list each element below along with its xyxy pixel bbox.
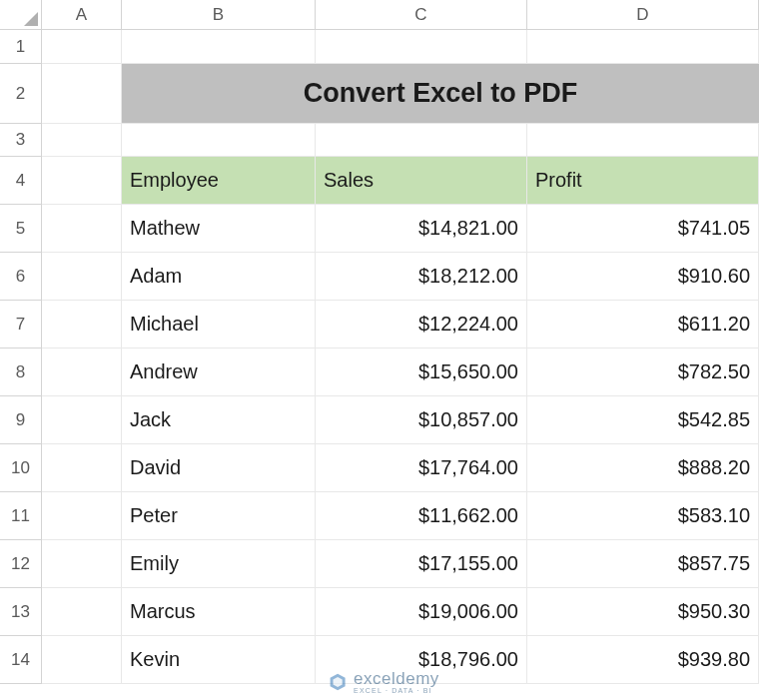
cell-a7[interactable] [42, 301, 122, 349]
cell-profit[interactable]: $741.05 [527, 205, 759, 253]
cell-d1[interactable] [527, 30, 759, 64]
cell-b3[interactable] [122, 124, 316, 157]
cell-sales[interactable]: $12,224.00 [316, 301, 527, 349]
cell-employee[interactable]: Andrew [122, 349, 316, 396]
cell-sales[interactable]: $18,212.00 [316, 253, 527, 301]
cell-profit[interactable]: $857.75 [527, 540, 759, 588]
cell-employee[interactable]: Kevin [122, 636, 316, 684]
cell-a6[interactable] [42, 253, 122, 301]
header-employee[interactable]: Employee [122, 157, 316, 205]
row-header-11[interactable]: 11 [0, 492, 42, 540]
row-header-12[interactable]: 12 [0, 540, 42, 588]
cell-profit[interactable]: $888.20 [527, 444, 759, 492]
cell-sales[interactable]: $14,821.00 [316, 205, 527, 253]
cell-sales[interactable]: $17,764.00 [316, 444, 527, 492]
cell-profit[interactable]: $542.85 [527, 396, 759, 444]
col-header-a[interactable]: A [42, 0, 122, 30]
cell-employee[interactable]: Marcus [122, 588, 316, 636]
row-header-8[interactable]: 8 [0, 349, 42, 396]
row-header-4[interactable]: 4 [0, 157, 42, 205]
cell-d3[interactable] [527, 124, 759, 157]
cell-a9[interactable] [42, 396, 122, 444]
header-profit[interactable]: Profit [527, 157, 759, 205]
cell-employee[interactable]: Adam [122, 253, 316, 301]
cell-sales[interactable]: $11,662.00 [316, 492, 527, 540]
cell-profit[interactable]: $611.20 [527, 301, 759, 349]
cell-profit[interactable]: $910.60 [527, 253, 759, 301]
row-header-10[interactable]: 10 [0, 444, 42, 492]
cell-employee[interactable]: Mathew [122, 205, 316, 253]
spreadsheet-grid: A B C D 1 2 Convert Excel to PDF 3 4 Emp… [0, 0, 767, 700]
cell-b1[interactable] [122, 30, 316, 64]
cell-sales[interactable]: $15,650.00 [316, 349, 527, 396]
cell-employee[interactable]: Emily [122, 540, 316, 588]
row-header-7[interactable]: 7 [0, 301, 42, 349]
cell-a4[interactable] [42, 157, 122, 205]
col-header-b[interactable]: B [122, 0, 316, 30]
row-header-1[interactable]: 1 [0, 30, 42, 64]
cell-c1[interactable] [316, 30, 527, 64]
cell-a12[interactable] [42, 540, 122, 588]
row-header-14[interactable]: 14 [0, 636, 42, 684]
cell-sales[interactable]: $17,155.00 [316, 540, 527, 588]
cell-a1[interactable] [42, 30, 122, 64]
cell-profit[interactable]: $939.80 [527, 636, 759, 684]
row-header-3[interactable]: 3 [0, 124, 42, 157]
cell-a5[interactable] [42, 205, 122, 253]
select-all-corner[interactable] [0, 0, 42, 30]
cell-a3[interactable] [42, 124, 122, 157]
col-header-c[interactable]: C [316, 0, 527, 30]
cell-sales[interactable]: $18,796.00 [316, 636, 527, 684]
row-header-6[interactable]: 6 [0, 253, 42, 301]
col-header-d[interactable]: D [527, 0, 759, 30]
cell-employee[interactable]: David [122, 444, 316, 492]
row-header-13[interactable]: 13 [0, 588, 42, 636]
cell-a14[interactable] [42, 636, 122, 684]
cell-sales[interactable]: $19,006.00 [316, 588, 527, 636]
title-cell[interactable]: Convert Excel to PDF [122, 64, 759, 124]
cell-profit[interactable]: $583.10 [527, 492, 759, 540]
cell-profit[interactable]: $782.50 [527, 349, 759, 396]
row-header-5[interactable]: 5 [0, 205, 42, 253]
row-header-2[interactable]: 2 [0, 64, 42, 124]
cell-a11[interactable] [42, 492, 122, 540]
row-header-9[interactable]: 9 [0, 396, 42, 444]
cell-sales[interactable]: $10,857.00 [316, 396, 527, 444]
cell-employee[interactable]: Michael [122, 301, 316, 349]
cell-employee[interactable]: Jack [122, 396, 316, 444]
cell-a2[interactable] [42, 64, 122, 124]
header-sales[interactable]: Sales [316, 157, 527, 205]
cell-a8[interactable] [42, 349, 122, 396]
cell-c3[interactable] [316, 124, 527, 157]
cell-a13[interactable] [42, 588, 122, 636]
cell-a10[interactable] [42, 444, 122, 492]
cell-profit[interactable]: $950.30 [527, 588, 759, 636]
cell-employee[interactable]: Peter [122, 492, 316, 540]
